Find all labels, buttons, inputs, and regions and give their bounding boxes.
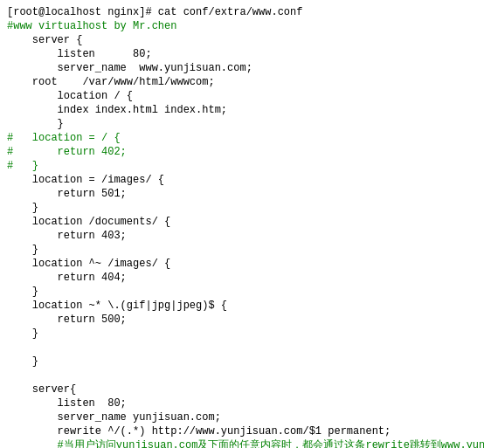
code-line-server-name2: server_name yunjisuan.com; (7, 410, 477, 424)
code-line-location-documents: location /documents/ { (7, 215, 477, 229)
command-line: [root@localhost nginx]# cat conf/extra/w… (7, 5, 477, 19)
code-line-commented-1: # location = / { (7, 131, 477, 145)
code-line-chinese-comment: #当用户访问yunjisuan.com及下面的任意内容时，都会通过这条rewri… (7, 438, 477, 448)
code-line-index: index index.html index.htm; (7, 103, 477, 117)
code-line-commented-2: # return 402; (7, 145, 477, 159)
comment-line-1: #www virtualhost by Mr.chen (7, 19, 477, 33)
code-line-root: root /var/www/html/wwwcom; (7, 75, 477, 89)
code-line-server2-open: server{ (7, 383, 477, 396)
code-line-location-root: location / { (7, 89, 477, 103)
code-line-server-name: server_name www.yunjisuan.com; (7, 61, 477, 75)
code-line-location-images-prefix: location ^~ /images/ { (7, 257, 477, 271)
terminal-window: [root@localhost nginx]# cat conf/extra/w… (0, 0, 484, 448)
code-line-close-3: } (7, 243, 477, 257)
code-line-rewrite: rewrite ^/(.*) http://www.yunjisuan.com/… (7, 424, 477, 438)
code-line-commented-3: # } (7, 159, 477, 173)
code-line-server-open: server { (7, 33, 477, 47)
code-line-listen: listen 80; (7, 47, 477, 61)
code-line-close-2: } (7, 201, 477, 215)
code-line-close-1: } (7, 117, 477, 131)
code-line-return-500: return 500; (7, 313, 477, 327)
code-line-location-regex: location ~* \.(gif|jpg|jpeg)$ { (7, 299, 477, 313)
code-line-close-4: } (7, 285, 477, 299)
code-line-return-501: return 501; (7, 187, 477, 201)
code-line-location-images: location = /images/ { (7, 173, 477, 187)
code-line-return-403: return 403; (7, 229, 477, 243)
code-line-empty-1 (7, 341, 477, 355)
code-line-return-404: return 404; (7, 271, 477, 285)
code-line-close-5: } (7, 327, 477, 341)
code-line-empty-2 (7, 369, 477, 383)
code-line-listen2: listen 80; (7, 396, 477, 410)
code-line-close-server-1: } (7, 355, 477, 369)
